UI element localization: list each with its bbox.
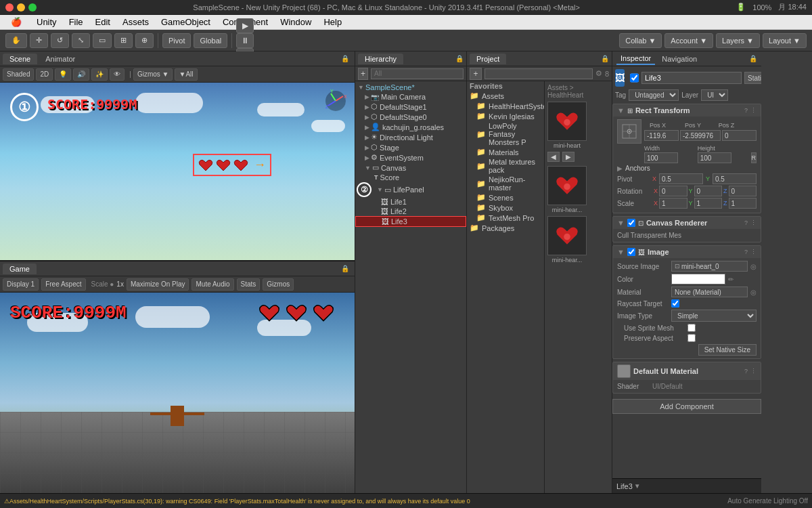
proj-folder-scenes[interactable]: 📁 Scenes (467, 192, 544, 203)
rot-z-field[interactable] (729, 186, 757, 196)
rect-menu-icon[interactable]: ⋮ (750, 107, 757, 114)
pause-button[interactable]: ⏸ (236, 33, 254, 48)
project-add-btn[interactable]: + (470, 68, 482, 80)
proj-folder-healthheart[interactable]: 📁 HealthHeartSystem (467, 101, 544, 111)
pivot-button[interactable]: Pivot (162, 33, 191, 48)
menu-unity[interactable]: Unity (31, 16, 62, 28)
hier-item-defaultstage1[interactable]: ▶ ⬡ DefaultStage1 (355, 102, 466, 112)
add-component-button[interactable]: Add Component (612, 399, 761, 414)
rect-transform-header[interactable]: ▼ ⊞ Rect Transform ? ⋮ (613, 104, 761, 117)
pos-x-field[interactable] (644, 130, 679, 141)
hier-item-life1[interactable]: 🖼 Life1 (355, 197, 466, 207)
material-field[interactable]: None (Material) (671, 287, 748, 297)
inspector-static-button[interactable]: Static (744, 72, 761, 84)
menu-edit[interactable]: Edit (90, 16, 116, 28)
shaded-dropdown[interactable]: Shaded (3, 68, 34, 81)
tab-navigation[interactable]: Navigation (658, 54, 701, 64)
hier-item-life3[interactable]: 🖼 Life3 (355, 216, 466, 227)
scale-x-field[interactable] (659, 198, 687, 209)
canvas-renderer-menu[interactable]: ⋮ (750, 219, 757, 226)
inspector-name-field[interactable] (641, 72, 742, 84)
hier-item-dirlight[interactable]: ▶ ☀ Directional Light (355, 132, 466, 142)
proj-folder-skybox[interactable]: 📁 Skybox (467, 203, 544, 213)
scene-view[interactable]: ① SCORE:9999M → (0, 83, 355, 260)
source-image-picker[interactable]: ◎ (750, 263, 757, 270)
global-button[interactable]: Global (194, 33, 227, 48)
preserve-checkbox[interactable] (687, 334, 696, 342)
proj-folder-lowpoly[interactable]: 📁 LowPoly Fantasy Monsters P (467, 121, 544, 147)
layer-dropdown[interactable]: UI (701, 89, 728, 101)
maximize-btn[interactable]: Maximize On Play (127, 278, 189, 291)
color-swatch[interactable] (671, 274, 725, 284)
2d-button[interactable]: 2D (36, 68, 53, 81)
hier-item-stage[interactable]: ▶ ⬡ Stage (355, 142, 466, 152)
hand-tool[interactable]: ✋ (5, 33, 27, 48)
game-view[interactable]: SCORE:9999M (0, 293, 355, 493)
scale-y-field[interactable] (694, 198, 722, 209)
width-field[interactable] (644, 152, 678, 163)
image-enabled[interactable] (627, 248, 635, 256)
scale-tool[interactable]: ⤡ (72, 33, 90, 48)
rotate-tool[interactable]: ↺ (51, 33, 69, 48)
pos-y-field[interactable] (680, 130, 721, 141)
proj-folder-kevin[interactable]: 📁 Kevin Iglesias (467, 111, 544, 121)
transform-tool[interactable]: ⊞ (114, 33, 133, 48)
rect-help-icon[interactable]: ? (744, 107, 748, 114)
color-picker-icon[interactable]: ✏ (728, 276, 734, 283)
hierarchy-search[interactable] (371, 68, 464, 79)
layout-button[interactable]: Layout ▼ (763, 33, 807, 48)
tab-project[interactable]: Project (470, 54, 506, 64)
material-help[interactable]: ? (744, 368, 748, 375)
hier-item-defaultstage0[interactable]: ▶ ⬡ DefaultStage0 (355, 112, 466, 122)
proj-folder-materials[interactable]: 📁 Materials (467, 147, 544, 157)
image-component-header[interactable]: ▼ 🖼 Image ? ⋮ (613, 246, 761, 258)
tab-game[interactable]: Game (3, 263, 37, 274)
hier-item-canvas[interactable]: ▼ ▭ Canvas (355, 163, 466, 173)
tab-inspector[interactable]: Inspector (616, 53, 655, 65)
hier-item-eventsystem[interactable]: ▶ ⚙ EventSystem (355, 152, 466, 163)
account-button[interactable]: Account ▼ (664, 33, 713, 48)
inspector-active-checkbox[interactable] (630, 73, 639, 83)
height-field[interactable] (698, 152, 731, 163)
canvas-renderer-header[interactable]: ▼ ⊡ Canvas Renderer ? ⋮ (613, 217, 761, 229)
collab-button[interactable]: Collab ▼ (619, 33, 662, 48)
layers-button[interactable]: Layers ▼ (716, 33, 760, 48)
scene-hide-btn[interactable]: 👁 (110, 68, 125, 81)
pivot-y-field[interactable] (713, 173, 757, 184)
image-type-dropdown[interactable]: Simple (671, 310, 757, 322)
play-button[interactable]: ▶ (236, 18, 254, 33)
material-menu[interactable]: ⋮ (750, 368, 757, 375)
raycast-checkbox[interactable] (671, 299, 679, 308)
rot-y-field[interactable] (694, 186, 722, 196)
canvas-renderer-enabled[interactable] (627, 219, 635, 227)
source-image-field[interactable]: ⊡ mini-heart_0 (671, 261, 748, 272)
proj-folder-nejiko[interactable]: 📁 NejikoRun-master (467, 175, 544, 192)
canvas-renderer-help[interactable]: ? (744, 219, 748, 226)
proj-prev-btn[interactable]: ◀ (547, 152, 560, 162)
proj-folder-metal[interactable]: 📁 Metal textures pack (467, 157, 544, 175)
traffic-lights[interactable] (5, 3, 37, 12)
material-picker[interactable]: ◎ (750, 289, 757, 296)
all-dropdown[interactable]: ▼ All (175, 68, 197, 81)
project-search[interactable] (484, 68, 593, 79)
proj-thumb-item-2[interactable]: mini-hear... (547, 166, 587, 213)
tab-scene[interactable]: Scene (3, 54, 37, 64)
image-help[interactable]: ? (744, 249, 748, 255)
menu-gameobject[interactable]: GameObject (156, 16, 216, 28)
proj-folder-assets[interactable]: 📁 Assets (467, 91, 544, 101)
set-native-btn[interactable]: Set Native Size (698, 344, 757, 356)
hier-item-score[interactable]: T Score (355, 173, 466, 182)
default-material-header[interactable]: Default UI Material ? ⋮ (613, 362, 761, 380)
tab-hierarchy[interactable]: Hierarchy (358, 54, 403, 64)
close-button[interactable] (5, 3, 14, 12)
rect-anchor-icon[interactable] (617, 119, 641, 144)
rect-tool[interactable]: ▭ (93, 33, 112, 48)
hier-item-life2[interactable]: 🖼 Life2 (355, 207, 466, 216)
proj-thumb-item-3[interactable]: mini-hear... (547, 216, 587, 263)
rot-x-field[interactable] (659, 186, 687, 196)
anchors-row[interactable]: ▶ Anchors (617, 165, 757, 172)
minimize-button[interactable] (17, 3, 25, 12)
move-tool[interactable]: ✛ (30, 33, 48, 48)
proj-folder-packages[interactable]: 📁 Packages (467, 223, 544, 233)
game-gizmos-btn[interactable]: Gizmos (263, 278, 294, 291)
